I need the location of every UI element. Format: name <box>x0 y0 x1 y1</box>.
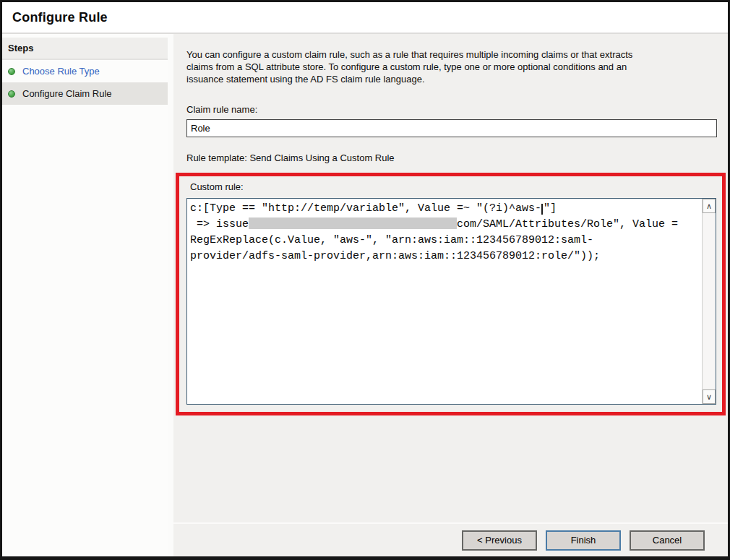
wizard-body: Steps Choose Rule Type Configure Claim R… <box>2 34 728 556</box>
scroll-up-button[interactable]: ∧ <box>703 199 716 213</box>
page-title: Configure Rule <box>12 10 108 25</box>
custom-rule-code[interactable]: c:[Type == "http://temp/variable", Value… <box>187 199 702 404</box>
rule-template-text: Rule template: Send Claims Using a Custo… <box>186 152 717 163</box>
code-line-3: RegExReplace(c.Value, "aws-", "arn:aws:i… <box>190 233 700 249</box>
scroll-down-button[interactable]: ∨ <box>703 389 716 404</box>
sidebar-item-configure-claim-rule[interactable]: Configure Claim Rule <box>2 82 168 105</box>
description-line: issuance statement using the AD FS claim… <box>186 73 717 85</box>
main-column: You can configure a custom claim rule, s… <box>173 34 728 556</box>
steps-sidebar: Steps Choose Rule Type Configure Claim R… <box>2 34 168 556</box>
steps-header: Steps <box>2 38 168 60</box>
code-text: "] <box>544 202 557 215</box>
step-label: Configure Claim Rule <box>22 88 112 99</box>
cancel-button[interactable]: Cancel <box>630 530 705 551</box>
description-line: claims from a SQL attribute store. To co… <box>186 61 717 73</box>
chevron-up-icon: ∧ <box>706 202 712 210</box>
main-content: You can configure a custom claim rule, s… <box>173 34 728 522</box>
code-text: => issue <box>190 218 249 231</box>
wizard-footer: < Previous Finish Cancel <box>173 522 728 556</box>
claim-rule-name-label: Claim rule name: <box>186 104 717 115</box>
custom-rule-textarea[interactable]: c:[Type == "http://temp/variable", Value… <box>186 198 716 405</box>
step-label: Choose Rule Type <box>22 66 100 77</box>
code-text: c:[Type == "http://temp/variable", Value… <box>190 202 541 215</box>
code-line-4: provider/adfs-saml-provider,arn:aws:iam:… <box>190 249 700 264</box>
sidebar-divider <box>168 34 173 556</box>
rule-description-text: You can configure a custom claim rule, s… <box>186 48 717 85</box>
text-cursor <box>541 204 543 215</box>
code-line-2: => issuecom/SAML/Attributes/Role", Value… <box>190 217 700 233</box>
previous-button[interactable]: < Previous <box>462 530 537 551</box>
code-text: com/SAML/Attributes/Role", Value = <box>457 218 678 231</box>
configure-rule-window: Configure Rule Steps Choose Rule Type Co… <box>0 0 730 560</box>
description-line: You can configure a custom claim rule, s… <box>186 48 717 61</box>
claim-rule-name-input[interactable] <box>186 119 717 137</box>
scrollbar-track[interactable] <box>703 213 716 389</box>
step-complete-icon <box>8 68 15 75</box>
annotation-highlight-box: Custom rule: c:[Type == "http://temp/var… <box>176 173 726 415</box>
finish-button[interactable]: Finish <box>546 530 621 551</box>
sidebar-item-choose-rule-type[interactable]: Choose Rule Type <box>2 60 168 82</box>
redacted-text-blur <box>249 217 457 229</box>
chevron-down-icon: ∨ <box>706 393 712 401</box>
custom-rule-label: Custom rule: <box>190 181 716 192</box>
wizard-title-bar: Configure Rule <box>2 2 728 34</box>
code-line-1: c:[Type == "http://temp/variable", Value… <box>190 201 700 217</box>
vertical-scrollbar[interactable]: ∧ ∨ <box>702 199 716 404</box>
step-complete-icon <box>8 90 15 98</box>
